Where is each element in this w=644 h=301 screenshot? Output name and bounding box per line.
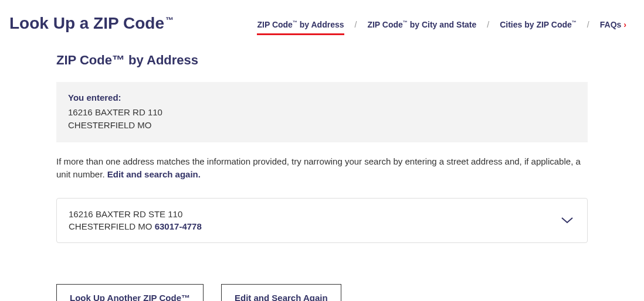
result-zip: 63017-4778 [155,221,202,231]
tab-separator: / [585,20,592,35]
entered-address-line2: CHESTERFIELD MO [68,119,576,132]
page-title: Look Up a ZIP Code™ [9,12,174,33]
entered-address-line1: 16216 BAXTER RD 110 [68,106,576,119]
tm-symbol: ™ [572,20,577,25]
edit-search-again-link[interactable]: Edit and search again. [107,169,201,179]
page-title-text: Look Up a ZIP Code [9,14,164,32]
result-card[interactable]: 16216 BAXTER RD STE 110 CHESTERFIELD MO … [56,198,588,244]
tab-label-post: by Address [297,20,344,29]
tm-symbol: ™ [293,20,297,25]
result-address: 16216 BAXTER RD STE 110 CHESTERFIELD MO … [69,208,202,234]
chevron-down-icon [559,212,575,228]
result-line2: CHESTERFIELD MO 63017-4778 [69,220,202,233]
section-heading: ZIP Code™ by Address [56,53,588,68]
edit-search-again-button[interactable]: Edit and Search Again [221,284,341,301]
tab-label-pre: Cities by ZIP Code [500,20,572,29]
tab-faqs[interactable]: FAQs › [592,20,635,35]
tab-cities-by-zip[interactable]: Cities by ZIP Code™ [492,20,585,35]
tab-label-pre: ZIP Code [367,20,402,29]
you-entered-label: You entered: [68,93,576,102]
tab-zip-by-address[interactable]: ZIP Code™ by Address [249,20,352,35]
tab-separator: / [484,20,492,35]
tab-label-post: by City and State [408,20,476,29]
tm-symbol: ™ [403,20,408,25]
result-city-state: CHESTERFIELD MO [69,221,155,231]
tab-zip-by-city-state[interactable]: ZIP Code™ by City and State [359,20,484,35]
tab-separator: / [352,20,360,35]
action-buttons: Look Up Another ZIP Code™ Edit and Searc… [56,284,588,301]
tab-bar: ZIP Code™ by Address / ZIP Code™ by City… [174,12,635,35]
you-entered-box: You entered: 16216 BAXTER RD 110 CHESTER… [56,82,588,142]
tm-symbol: ™ [165,15,174,25]
lookup-another-button[interactable]: Look Up Another ZIP Code™ [56,284,204,301]
result-line1: 16216 BAXTER RD STE 110 [69,208,202,221]
tab-faq-label: FAQs [600,20,622,29]
tab-label-pre: ZIP Code [257,20,292,29]
hint-text: If more than one address matches the inf… [56,155,588,182]
chevron-right-icon: › [623,20,626,29]
